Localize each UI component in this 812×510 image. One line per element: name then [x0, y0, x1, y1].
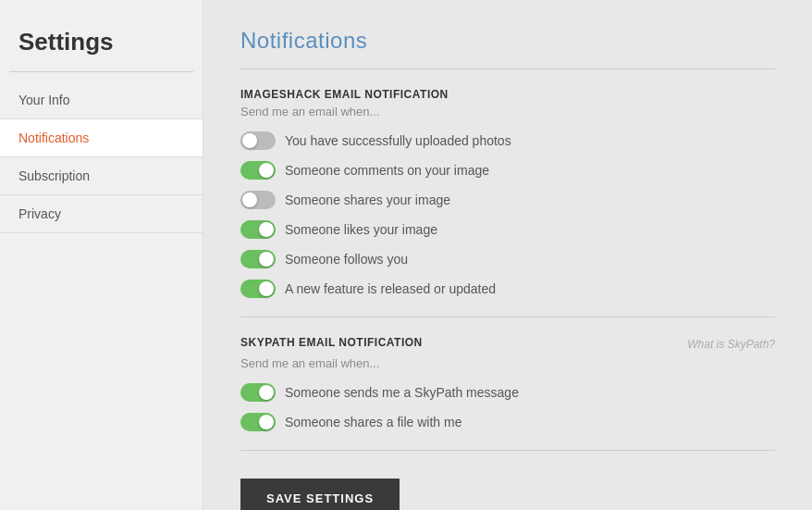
toggle-label-feature: A new feature is released or updated [285, 281, 496, 296]
what-is-skypath-link[interactable]: What is SkyPath? [687, 338, 775, 351]
toggle-track-feature[interactable] [240, 280, 276, 298]
toggle-label-share: Someone shares your image [285, 193, 450, 207]
title-divider [240, 68, 775, 69]
main-content: Notifications IMAGESHACK EMAIL NOTIFICAT… [203, 0, 812, 510]
sidebar-item-subscription[interactable]: Subscription [0, 157, 203, 195]
toggle-upload[interactable] [240, 131, 276, 150]
toggle-share[interactable] [240, 191, 276, 209]
imageshack-subtitle: Send me an email when... [240, 105, 775, 118]
sidebar-item-notifications[interactable]: Notifications [0, 119, 203, 157]
toggle-knob-upload [242, 133, 257, 148]
toggle-comment[interactable] [240, 161, 276, 180]
toggle-skypath-msg[interactable] [240, 383, 276, 402]
skypath-header: SKYPATH EMAIL NOTIFICATION [240, 336, 423, 349]
sidebar-top-divider [9, 71, 193, 72]
toggle-track-upload[interactable] [240, 131, 276, 150]
toggle-knob-feature [259, 281, 274, 296]
section-divider-middle [240, 317, 775, 317]
toggle-track-follows[interactable] [240, 250, 276, 268]
save-settings-button[interactable]: SAVE SETTINGS [240, 479, 400, 510]
toggle-knob-follows [259, 252, 274, 267]
toggle-label-upload: You have successfully uploaded photos [285, 133, 511, 148]
skypath-subtitle: Send me an email when... [240, 356, 775, 370]
toggle-track-share[interactable] [240, 191, 276, 209]
toggle-row-follows: Someone follows you [240, 250, 775, 268]
toggle-label-skypath-file: Someone shares a file with me [285, 415, 461, 429]
toggle-skypath-file[interactable] [240, 413, 276, 431]
sidebar: Settings Your Info Notifications Subscri… [0, 0, 203, 510]
toggle-track-likes[interactable] [240, 220, 276, 239]
toggle-knob-skypath-msg [259, 385, 274, 400]
toggle-knob-share [242, 193, 257, 207]
page-title: Notifications [240, 28, 775, 54]
toggle-row-skypath-file: Someone shares a file with me [240, 413, 775, 431]
imageshack-header: IMAGESHACK EMAIL NOTIFICATION [240, 88, 775, 101]
section-divider-bottom [240, 450, 775, 451]
toggle-knob-comment [259, 163, 274, 178]
toggle-row-upload: You have successfully uploaded photos [240, 131, 775, 150]
toggle-row-share: Someone shares your image [240, 191, 775, 209]
toggle-row-comment: Someone comments on your image [240, 161, 775, 180]
sidebar-item-privacy[interactable]: Privacy [0, 195, 203, 233]
toggle-label-likes: Someone likes your image [285, 222, 437, 237]
sidebar-title: Settings [0, 19, 203, 71]
toggle-track-skypath-file[interactable] [240, 413, 276, 431]
toggle-likes[interactable] [240, 220, 276, 239]
toggle-row-feature: A new feature is released or updated [240, 280, 775, 298]
toggle-knob-likes [259, 222, 274, 237]
toggle-track-comment[interactable] [240, 161, 276, 180]
toggle-knob-skypath-file [259, 415, 274, 429]
toggle-follows[interactable] [240, 250, 276, 268]
toggle-label-skypath-msg: Someone sends me a SkyPath message [285, 385, 519, 400]
toggle-row-skypath-msg: Someone sends me a SkyPath message [240, 383, 775, 402]
toggle-label-follows: Someone follows you [285, 252, 408, 267]
skypath-section: SKYPATH EMAIL NOTIFICATION What is SkyPa… [240, 336, 775, 431]
toggle-label-comment: Someone comments on your image [285, 163, 489, 178]
sidebar-item-your-info[interactable]: Your Info [0, 81, 203, 119]
toggle-track-skypath-msg[interactable] [240, 383, 276, 402]
toggle-row-likes: Someone likes your image [240, 220, 775, 239]
imageshack-section: IMAGESHACK EMAIL NOTIFICATION Send me an… [240, 88, 775, 298]
toggle-feature[interactable] [240, 280, 276, 298]
